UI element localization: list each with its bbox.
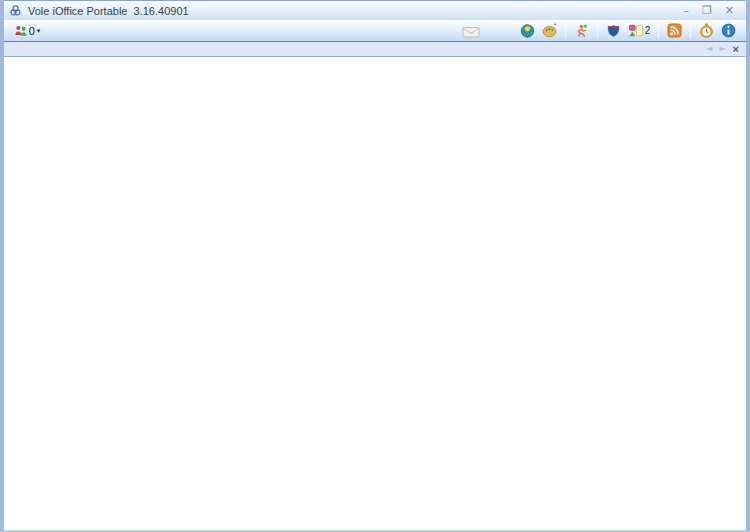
tab-close-icon[interactable]: × (733, 44, 739, 55)
app-logo-icon (9, 4, 22, 17)
tab-strip: ◄ ► × (4, 42, 746, 57)
logout-user-button[interactable] (572, 22, 591, 40)
documents-counter-button[interactable]: 2 (626, 22, 652, 40)
users-icon (14, 24, 28, 37)
tab-scroll-left-icon[interactable]: ◄ (706, 45, 712, 53)
main-toolbar: 0 ▾ (4, 20, 746, 42)
timer-button[interactable] (697, 22, 716, 40)
road-sign-button[interactable] (604, 22, 623, 40)
about-button[interactable] (719, 22, 738, 40)
feed-button[interactable] (665, 22, 684, 40)
globe-bulb-icon (520, 23, 535, 38)
window-title: Vole iOffice Portable 3.16.40901 (28, 5, 189, 17)
shield-sign-icon (606, 23, 621, 38)
users-count-value: 0 (29, 25, 35, 37)
document-content-area[interactable] (4, 57, 746, 530)
close-button[interactable]: ✕ (725, 5, 734, 16)
stopwatch-icon (699, 23, 714, 38)
app-window: Vole iOffice Portable 3.16.40901 – ❐ ✕ 0… (0, 0, 750, 532)
info-icon (721, 23, 736, 38)
envelope-icon (462, 25, 480, 38)
document-count-badge: 2 (645, 25, 651, 36)
runner-icon (574, 23, 589, 38)
toolbar-separator (690, 23, 691, 38)
minimize-button[interactable]: – (683, 5, 689, 16)
toolbar-separator (565, 23, 566, 38)
tab-scroll-right-icon[interactable]: ► (719, 45, 725, 53)
chevron-down-icon: ▾ (37, 27, 41, 35)
maximize-button[interactable]: ❐ (702, 5, 712, 16)
mail-button[interactable] (460, 23, 482, 39)
rss-icon (667, 23, 682, 38)
window-controls: – ❐ ✕ (683, 5, 738, 16)
toolbar-right-group: 2 (518, 22, 740, 40)
toolbar-separator (658, 23, 659, 38)
theme-button[interactable] (540, 22, 559, 40)
palette-icon (542, 23, 557, 38)
toolbar-separator (597, 23, 598, 38)
title-bar[interactable]: Vole iOffice Portable 3.16.40901 – ❐ ✕ (4, 0, 746, 20)
web-ideas-button[interactable] (518, 22, 537, 40)
users-count-dropdown[interactable]: 0 ▾ (10, 22, 44, 40)
document-flower-icon (628, 24, 644, 38)
